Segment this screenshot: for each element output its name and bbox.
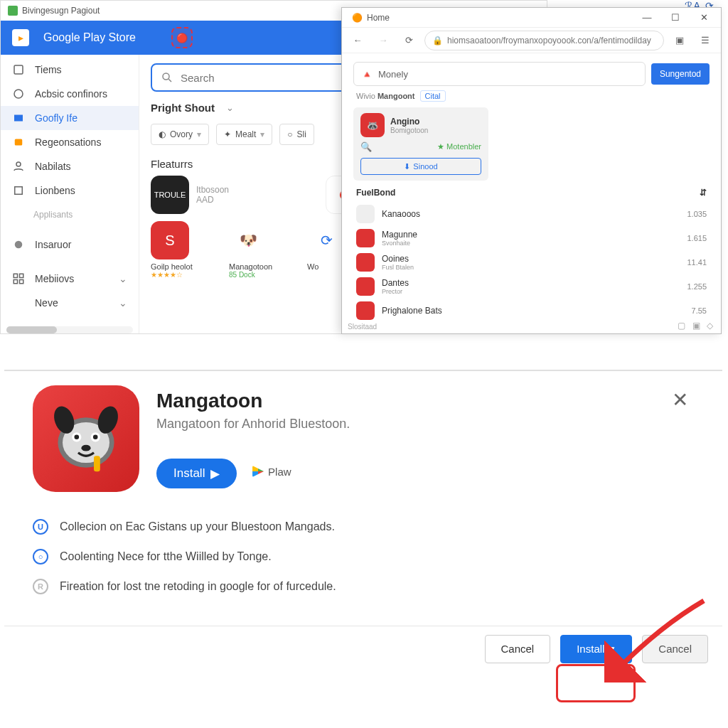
sidebar-item-acbsic[interactable]: Acbsic confinors <box>1 82 139 106</box>
sidebar-item-goofly[interactable]: Goofly Ife <box>1 106 139 130</box>
sidebar-item-nabilats[interactable]: Nabilats <box>1 154 139 178</box>
feature-list: UCollecion on Eac Gistans up your Bluest… <box>33 512 694 601</box>
sidebar-item-insaruor[interactable]: Insaruor <box>1 232 139 257</box>
svg-rect-0 <box>14 65 23 74</box>
result-card[interactable]: 🦝AnginoBomigotoon 🔍★ Motenbler ⬇ Sinood <box>353 107 488 181</box>
app-icon: Ѕ <box>151 221 189 259</box>
svg-line-12 <box>168 79 171 82</box>
sidebar-item-regeon[interactable]: Regeonsations <box>1 130 139 154</box>
feature-item: RFireation for lost tne retoding in goog… <box>33 572 694 601</box>
back-button[interactable]: ← <box>348 31 368 50</box>
svg-point-1 <box>14 90 23 98</box>
dialog-close-button[interactable]: ✕ <box>665 385 694 414</box>
browser-search[interactable]: 🔺Monely <box>353 62 646 86</box>
chip-mealt[interactable]: ✦ Mealt▾ <box>216 124 272 145</box>
window-title: Bivingesugn Pagiout <box>22 6 100 16</box>
list-item[interactable]: OoinesFusl Btalen11.41 <box>353 250 710 274</box>
browser-status-icons: ▢ ▣ ◇ <box>678 321 715 331</box>
svg-point-4 <box>16 162 21 166</box>
list-item[interactable]: Kanaooos1.035 <box>353 202 710 226</box>
playstore-sidebar: Tiems Acbsic confinors Goofly Ife Regeon… <box>1 55 139 333</box>
browser-window: 🟠Home — ☐ ✕ ← → ⟳ 🔒hiomsaoatoon/froymanx… <box>341 7 722 334</box>
svg-rect-2 <box>14 115 23 122</box>
svg-rect-8 <box>20 274 23 277</box>
install-dialog: Mangatoon Mangatoon for Anhorid Bluestoo… <box>4 370 722 601</box>
dialog-title: Mangatoon <box>156 390 350 412</box>
url-bar[interactable]: 🔒hiomsaoatoon/froymanxopoyoook.con/a/fen… <box>424 31 664 50</box>
card-install-button[interactable]: ⬇ Sinood <box>360 158 481 175</box>
list-item[interactable]: MagunneSvonhaite1.615 <box>353 226 710 250</box>
search-icon <box>161 71 173 84</box>
list-header: FuelBond⇵ <box>356 188 707 198</box>
browser-toolbar: ← → ⟳ 🔒hiomsaoatoon/froymanxopoyoook.con… <box>342 28 721 53</box>
install-pill-button[interactable]: Install ▶ <box>156 459 237 488</box>
app-tile[interactable]: ⟳Wo <box>307 221 343 279</box>
dialog-subtitle: Mangatoon for Anhorid Bluestoon. <box>156 417 350 432</box>
browser-search-button[interactable]: Sungentod <box>651 63 710 85</box>
svg-rect-7 <box>14 274 17 277</box>
app-icon: ⟳ <box>307 221 346 259</box>
app-icon: 🐶 <box>229 221 267 259</box>
meta-link[interactable]: Cital <box>420 90 446 102</box>
cancel-button[interactable]: Cancel <box>485 635 551 663</box>
svg-point-19 <box>81 445 90 451</box>
highlighted-red-icon[interactable]: 🔴 <box>171 27 193 48</box>
magnify-icon[interactable]: 🔍 <box>360 141 372 152</box>
sidebar-scrollbar[interactable] <box>6 326 133 333</box>
cancel-button-secondary[interactable]: Cancel <box>642 635 708 663</box>
feature-icon: ○ <box>33 549 48 564</box>
result-meta: Wivio Mangoont Cital <box>356 92 710 100</box>
dialog-footer: Cancel Install ▼ Cancel <box>4 626 722 671</box>
play-logo-icon <box>252 466 264 477</box>
sidebar-item-mebiiovs[interactable]: Mebiiovs⌄ <box>1 267 139 291</box>
app-tile-wide-1[interactable]: TROULE ItbosoonAAD <box>151 176 314 214</box>
sidebar-item-lionbens[interactable]: Lionbens <box>1 178 139 203</box>
app-icon: TROULE <box>151 176 189 214</box>
sidebar-item-neve[interactable]: Neve⌄ <box>1 291 139 315</box>
browser-tab[interactable]: 🟠Home <box>346 13 395 23</box>
browser-status: Slositaad <box>348 323 377 331</box>
browser-titlebar: 🟠Home — ☐ ✕ <box>342 8 721 28</box>
sidebar-item-applisants[interactable]: Applisants <box>1 203 139 227</box>
app-icon <box>356 253 375 272</box>
menu-button[interactable]: ☰ <box>695 31 715 50</box>
install-button[interactable]: Install ▼ <box>560 635 632 663</box>
sidebar-item-tiems[interactable]: Tiems <box>1 58 139 82</box>
feature-item: ○Coolenting Nece for tthe Wiilled by Ton… <box>33 542 694 572</box>
play-store-link[interactable]: Plaw <box>252 466 291 478</box>
app-icon <box>356 205 375 223</box>
store-title: Google Play Store <box>43 31 136 44</box>
minimize-button[interactable]: — <box>634 9 660 26</box>
svg-rect-22 <box>94 456 100 471</box>
list-item[interactable]: Prighalone Bats7.55 <box>353 299 710 323</box>
sort-icon[interactable]: ⇵ <box>700 188 707 198</box>
app-icon: 🦝 <box>360 113 385 137</box>
svg-point-17 <box>75 435 80 440</box>
svg-point-11 <box>163 73 169 80</box>
home-icon: 🟠 <box>352 13 363 23</box>
filter-chevron-icon[interactable]: ⌄ <box>226 102 234 113</box>
list-item[interactable]: DantesPrector1.255 <box>353 274 710 299</box>
bookmark-icon[interactable]: ▣ <box>670 31 690 50</box>
result-list: Kanaooos1.035 MagunneSvonhaite1.615 Ooin… <box>353 202 710 323</box>
reload-button[interactable]: ⟳ <box>399 31 419 50</box>
dropdown-arrow-icon: ▼ <box>609 645 616 653</box>
app-tile[interactable]: ЅGoilp heolot★★★★☆ <box>151 221 215 279</box>
svg-rect-9 <box>14 280 17 284</box>
svg-rect-10 <box>20 280 23 284</box>
app-icon <box>356 277 375 296</box>
svg-point-6 <box>15 241 23 249</box>
chip-ovory[interactable]: ◐ Ovory▾ <box>151 124 209 145</box>
forward-button[interactable]: → <box>373 31 393 50</box>
maximize-button[interactable]: ☐ <box>663 9 688 26</box>
app-tile-mangatoon[interactable]: 🐶Managotoon85 Dock <box>229 221 293 279</box>
chip-sli[interactable]: ○ Sli <box>279 124 314 145</box>
close-button[interactable]: ✕ <box>691 9 717 26</box>
lock-icon: 🔒 <box>432 36 443 46</box>
material-badge: ★ Motenbler <box>437 142 481 151</box>
svg-point-18 <box>93 435 98 440</box>
play-arrow-icon: ▶ <box>210 466 220 481</box>
store-bag-icon: ▸ <box>12 29 29 46</box>
feature-icon: R <box>33 579 48 594</box>
app-large-icon <box>33 385 139 492</box>
